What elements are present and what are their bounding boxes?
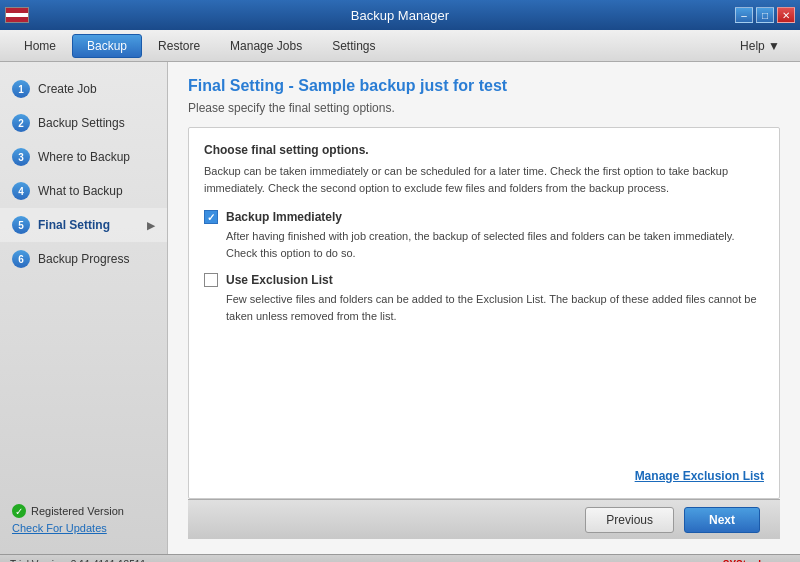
menu-restore[interactable]: Restore: [144, 35, 214, 57]
step-5-circle: 5: [12, 216, 30, 234]
menu-settings[interactable]: Settings: [318, 35, 389, 57]
registered-check-icon: ✓: [12, 504, 26, 518]
sidebar-item-what-to-backup[interactable]: 4 What to Backup: [0, 174, 167, 208]
sidebar-item-where-label: Where to Backup: [38, 150, 130, 164]
footer-bar: Previous Next: [188, 499, 780, 539]
status-bar: Trial Version: 3.11.4111.18511 SYStools.…: [0, 554, 800, 562]
step-1-circle: 1: [12, 80, 30, 98]
content-area: Final Setting - Sample backup just for t…: [168, 62, 800, 554]
sidebar-item-what-label: What to Backup: [38, 184, 123, 198]
registered-label: Registered Version: [31, 505, 124, 517]
registered-version: ✓ Registered Version: [12, 504, 155, 518]
options-title: Choose final setting options.: [204, 143, 764, 157]
menu-manage-jobs[interactable]: Manage Jobs: [216, 35, 316, 57]
sidebar-item-final-setting[interactable]: 5 Final Setting ▶: [0, 208, 167, 242]
sidebar-item-backup-progress[interactable]: 6 Backup Progress: [0, 242, 167, 276]
menu-backup[interactable]: Backup: [72, 34, 142, 58]
sidebar: 1 Create Job 2 Backup Settings 3 Where t…: [0, 62, 168, 554]
flag-icon: [5, 7, 29, 23]
sidebar-item-create-job-label: Create Job: [38, 82, 97, 96]
close-button[interactable]: ✕: [777, 7, 795, 23]
title-bar: Backup Manager – □ ✕: [0, 0, 800, 30]
sidebar-item-progress-label: Backup Progress: [38, 252, 129, 266]
page-title: Final Setting - Sample backup just for t…: [188, 77, 780, 95]
help-button[interactable]: Help ▼: [730, 35, 790, 57]
step-2-circle: 2: [12, 114, 30, 132]
minimize-button[interactable]: –: [735, 7, 753, 23]
sidebar-item-final-label: Final Setting: [38, 218, 110, 232]
sidebar-item-backup-settings[interactable]: 2 Backup Settings: [0, 106, 167, 140]
option-backup-immediately: Backup Immediately After having finished…: [204, 210, 764, 261]
sidebar-item-create-job[interactable]: 1 Create Job: [0, 72, 167, 106]
sidebar-item-backup-settings-label: Backup Settings: [38, 116, 125, 130]
main-container: 1 Create Job 2 Backup Settings 3 Where t…: [0, 62, 800, 554]
manage-exclusion-link[interactable]: Manage Exclusion List: [635, 469, 764, 483]
maximize-button[interactable]: □: [756, 7, 774, 23]
step-3-circle: 3: [12, 148, 30, 166]
page-title-highlight: Sample backup just for test: [298, 77, 507, 94]
backup-immediately-checkbox[interactable]: [204, 210, 218, 224]
menu-bar: Home Backup Restore Manage Jobs Settings…: [0, 30, 800, 62]
page-title-static: Final Setting: [188, 77, 284, 94]
next-button[interactable]: Next: [684, 507, 760, 533]
step-4-circle: 4: [12, 182, 30, 200]
window-controls: – □ ✕: [735, 7, 795, 23]
page-title-separator: -: [288, 77, 298, 94]
step-6-circle: 6: [12, 250, 30, 268]
option-exclusion-list: Use Exclusion List Few selective files a…: [204, 273, 764, 324]
sidebar-bottom: ✓ Registered Version Check For Updates: [0, 494, 167, 544]
sidebar-item-where-to-backup[interactable]: 3 Where to Backup: [0, 140, 167, 174]
options-description: Backup can be taken immediately or can b…: [204, 163, 764, 196]
option2-description: Few selective files and folders can be a…: [226, 291, 764, 324]
option1-description: After having finished with job creation,…: [226, 228, 764, 261]
check-updates-link[interactable]: Check For Updates: [12, 522, 155, 534]
option2-label: Use Exclusion List: [226, 273, 333, 287]
previous-button[interactable]: Previous: [585, 507, 674, 533]
active-arrow-icon: ▶: [147, 220, 155, 231]
exclusion-list-checkbox[interactable]: [204, 273, 218, 287]
option1-label: Backup Immediately: [226, 210, 342, 224]
option2-header: Use Exclusion List: [204, 273, 764, 287]
menu-home[interactable]: Home: [10, 35, 70, 57]
app-title: Backup Manager: [351, 8, 449, 23]
options-box: Choose final setting options. Backup can…: [188, 127, 780, 499]
page-subtitle: Please specify the final setting options…: [188, 101, 780, 115]
option1-header: Backup Immediately: [204, 210, 764, 224]
